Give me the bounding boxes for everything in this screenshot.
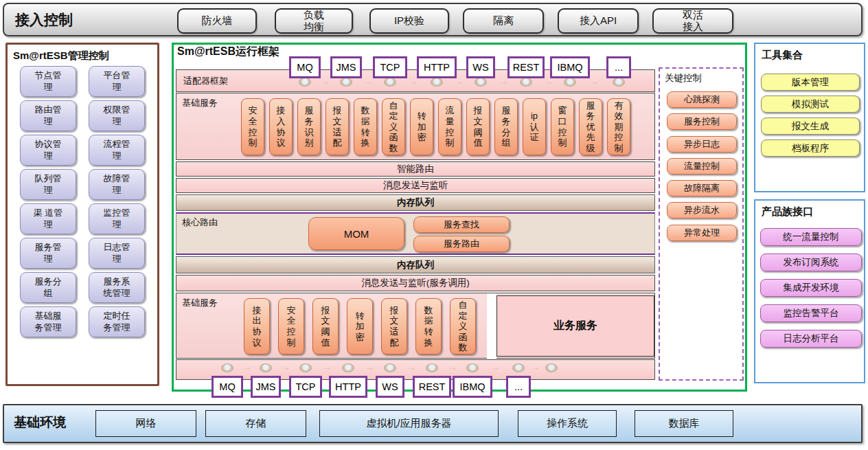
service-chip[interactable]: 报文适配 <box>381 298 407 355</box>
service-chip[interactable]: ip认证 <box>523 98 546 155</box>
service-chip[interactable]: 数据转换 <box>354 98 377 155</box>
env-button-network[interactable]: 网络 <box>95 410 196 437</box>
access-control-title: 接入控制 <box>15 4 73 38</box>
key-control-title: 关键控制 <box>665 72 702 85</box>
management-button-log[interactable]: 日志管理 <box>89 238 145 269</box>
management-button-monitor[interactable]: 监控管理 <box>89 203 145 234</box>
key-control-chip-async-flow[interactable]: 异步流水 <box>667 202 737 218</box>
connector-node-icon <box>342 363 354 372</box>
service-chip[interactable]: 服务优先级 <box>579 98 602 155</box>
business-services-box[interactable]: 业务服务 <box>496 295 654 357</box>
product-chip-pubsub[interactable]: 发布订阅系统 <box>760 254 862 271</box>
service-chip[interactable]: 自定义函数 <box>382 98 405 155</box>
management-button-node[interactable]: 节点管理 <box>20 66 76 97</box>
protocol-chip-rest-bottom[interactable]: REST <box>413 376 451 398</box>
service-chip[interactable]: 安全控制 <box>278 298 304 355</box>
flow-arrow-icon: → <box>365 363 374 372</box>
service-chip[interactable]: 转加密 <box>410 98 433 155</box>
key-control-chip-fault-isolation[interactable]: 故障隔离 <box>667 180 737 196</box>
protocol-chip-ibmq-top[interactable]: IBMQ <box>550 56 590 78</box>
connector-node-icon <box>520 78 532 87</box>
product-chip-monitor-alert[interactable]: 监控告警平台 <box>760 304 862 322</box>
product-chip-ide[interactable]: 集成开发环境 <box>760 279 862 297</box>
key-control-chip-exception[interactable]: 异常处理 <box>667 225 737 241</box>
tool-chip-message-gen[interactable]: 报文生成 <box>761 117 860 135</box>
protocol-chip-jms-top[interactable]: JMS <box>330 56 362 78</box>
service-chip[interactable]: 接入协议 <box>269 98 293 155</box>
management-button-channel[interactable]: 渠 道管理 <box>20 203 76 234</box>
protocol-chip-more-bottom[interactable]: ... <box>506 376 531 398</box>
management-button-queue[interactable]: 队列管理 <box>20 169 76 200</box>
product-chip-log-analysis[interactable]: 日志分析平台 <box>760 330 862 348</box>
protocol-chip-tcp-bottom[interactable]: TCP <box>289 376 322 398</box>
protocol-chip-mq-top[interactable]: MQ <box>289 56 321 78</box>
service-chip[interactable]: 报文适配 <box>326 98 349 155</box>
protocol-chip-jms-bottom[interactable]: JMS <box>251 376 281 398</box>
mom-box[interactable]: MOM <box>308 217 404 250</box>
flow-arrow-icon: → <box>407 363 416 372</box>
service-chip[interactable]: 转加密 <box>347 298 373 355</box>
dual-active-button[interactable]: 双活 接入 <box>652 8 733 34</box>
protocol-chip-more-top[interactable]: ... <box>606 56 631 78</box>
flow-arrow-icon: → <box>530 363 540 372</box>
management-button-service-system[interactable]: 服务系统管理 <box>89 272 145 303</box>
service-chip[interactable]: 接出协议 <box>244 298 270 355</box>
protocol-chip-ws-bottom[interactable]: WS <box>376 376 404 398</box>
messaging-row: 消息发送与监听 <box>176 178 655 193</box>
messaging-call-row: 消息发送与监听(服务调用) <box>176 275 655 291</box>
service-chip[interactable]: 安全控制 <box>241 98 264 155</box>
management-button-fault[interactable]: 故障管理 <box>89 169 145 200</box>
protocol-chip-ws-top[interactable]: WS <box>466 56 495 78</box>
key-control-chip-heartbeat[interactable]: 心跳探测 <box>667 91 737 108</box>
base-services-top-row: 基础服务 安全控制 接入协议 服务识别 报文适配 数据转换 自定义函数 转加密 … <box>176 93 655 160</box>
connector-node-icon <box>431 78 443 87</box>
env-button-storage[interactable]: 存储 <box>205 410 306 437</box>
management-button-protocol[interactable]: 协议管理 <box>20 135 76 166</box>
service-chip[interactable]: 流量控制 <box>438 98 461 155</box>
service-chip[interactable]: 报文阈值 <box>466 98 490 155</box>
ip-verify-button[interactable]: IP校验 <box>369 8 449 34</box>
service-chip[interactable]: 有效期控制 <box>607 98 630 155</box>
env-button-vm-appserver[interactable]: 虚拟机/应用服务器 <box>319 410 499 437</box>
protocol-chip-tcp-top[interactable]: TCP <box>373 56 407 78</box>
service-chip[interactable]: 窗口控制 <box>551 98 574 155</box>
service-chip[interactable]: 自定义函数 <box>450 298 476 355</box>
service-chip[interactable]: 报文阈值 <box>312 298 339 355</box>
tool-chip-version[interactable]: 版本管理 <box>761 74 860 91</box>
load-balance-button[interactable]: 负载 均衡 <box>275 8 353 34</box>
product-chip-flow-control[interactable]: 统一流量控制 <box>760 228 862 246</box>
isolation-button[interactable]: 隔离 <box>463 8 544 34</box>
service-chip[interactable]: 服务分组 <box>494 98 518 155</box>
base-services-bottom-label: 基础服务 <box>182 297 218 309</box>
key-control-chip-service[interactable]: 服务控制 <box>667 113 737 130</box>
firewall-button[interactable]: 防火墙 <box>177 8 257 34</box>
tool-chip-stub[interactable]: 档板程序 <box>761 139 860 157</box>
management-button-route[interactable]: 路由管理 <box>20 100 76 131</box>
access-api-button[interactable]: 接入API <box>558 8 639 34</box>
service-chip[interactable]: 数据转换 <box>415 298 442 355</box>
env-button-database[interactable]: 数据库 <box>635 410 733 437</box>
service-route-chip[interactable]: 服务路由 <box>413 236 510 252</box>
management-button-process[interactable]: 流程管理 <box>89 135 145 166</box>
management-grid: 节点管理 平台管理 路由管理 权限管理 协议管理 流程管理 队列管理 故障管理 … <box>8 66 157 337</box>
management-button-platform[interactable]: 平台管理 <box>89 66 145 97</box>
management-button-timer-task[interactable]: 定时任务管理 <box>89 306 145 337</box>
service-lookup-chip[interactable]: 服务查找 <box>413 216 510 233</box>
protocol-chip-mq-bottom[interactable]: MQ <box>212 376 243 398</box>
management-button-service[interactable]: 服务管理 <box>20 238 76 269</box>
connector-node-icon <box>299 363 312 372</box>
protocol-chip-http-top[interactable]: HTTP <box>417 56 457 78</box>
tool-chip-mock-test[interactable]: 模拟测试 <box>761 95 860 113</box>
env-button-os[interactable]: 操作系统 <box>518 410 617 437</box>
connector-node-icon <box>426 363 438 372</box>
management-button-service-group[interactable]: 服务分组 <box>20 272 76 303</box>
service-chip[interactable]: 服务识别 <box>297 98 321 155</box>
management-button-permission[interactable]: 权限管理 <box>89 100 145 131</box>
management-button-base-service[interactable]: 基础服务管理 <box>20 306 76 337</box>
protocol-chip-ibmq-bottom[interactable]: IBMQ <box>453 376 492 398</box>
key-control-chip-async-log[interactable]: 异步日志 <box>667 136 737 153</box>
key-control-chip-flow[interactable]: 流量控制 <box>667 158 737 175</box>
flow-arrow-icon: → <box>448 363 457 372</box>
protocol-chip-http-bottom[interactable]: HTTP <box>329 376 367 398</box>
protocol-chip-rest-top[interactable]: REST <box>507 56 545 78</box>
